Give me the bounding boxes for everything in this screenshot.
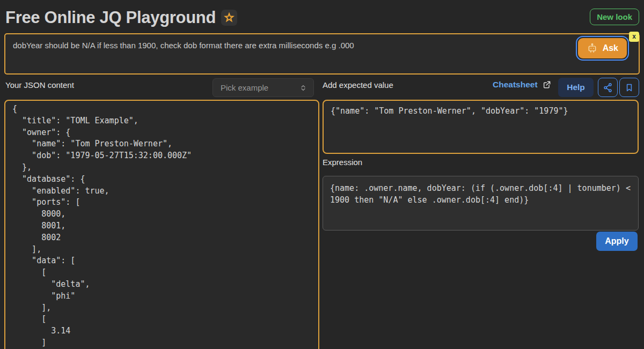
expected-value-input[interactable]: {"name": "Tom Preston-Werner", "dobYear"… xyxy=(324,101,638,153)
ai-prompt-box: dobYear should be N/A if less than 1900,… xyxy=(4,33,640,75)
external-link-icon xyxy=(543,80,551,89)
page-title-text: Free Online JQ Playground xyxy=(5,8,216,27)
expression-label: Expression xyxy=(323,158,362,167)
help-button[interactable]: Help xyxy=(558,78,594,97)
bookmark-icon xyxy=(625,83,634,92)
close-icon[interactable]: x xyxy=(629,32,639,42)
pick-example-placeholder: Pick example xyxy=(221,83,268,92)
apply-button[interactable]: Apply xyxy=(596,232,638,251)
pick-example-select[interactable]: Pick example xyxy=(213,78,314,97)
ask-button-label: Ask xyxy=(603,43,618,53)
json-content-label: Your JSON content xyxy=(5,80,74,90)
bookmark-button[interactable] xyxy=(619,78,639,97)
expression-panel: {name: .owner.name, dobYear: (if (.owner… xyxy=(323,176,639,231)
cheatsheet-link[interactable]: Cheatsheet xyxy=(493,80,551,90)
json-content-panel: { "title": "TOML Example", "owner": { "n… xyxy=(4,100,319,349)
share-icon xyxy=(603,83,613,93)
jq-playground-app: Free Online JQ Playground New look dobYe… xyxy=(0,0,644,349)
cheatsheet-link-label: Cheatsheet xyxy=(493,80,538,90)
star-icon xyxy=(221,10,237,26)
ask-button[interactable]: Ask xyxy=(578,38,627,58)
page-title: Free Online JQ Playground xyxy=(5,8,237,27)
robot-icon xyxy=(587,43,598,54)
new-look-button[interactable]: New look xyxy=(590,9,639,25)
expected-value-label: Add expected value xyxy=(323,80,393,90)
share-button[interactable] xyxy=(598,78,618,97)
chevron-up-down-icon xyxy=(299,84,307,92)
expression-input[interactable]: {name: .owner.name, dobYear: (if (.owner… xyxy=(323,176,638,230)
ai-prompt-input[interactable]: dobYear should be N/A if less than 1900,… xyxy=(5,34,639,73)
json-content-input[interactable]: { "title": "TOML Example", "owner": { "n… xyxy=(5,101,318,349)
expected-value-panel: {"name": "Tom Preston-Werner", "dobYear"… xyxy=(323,100,639,154)
